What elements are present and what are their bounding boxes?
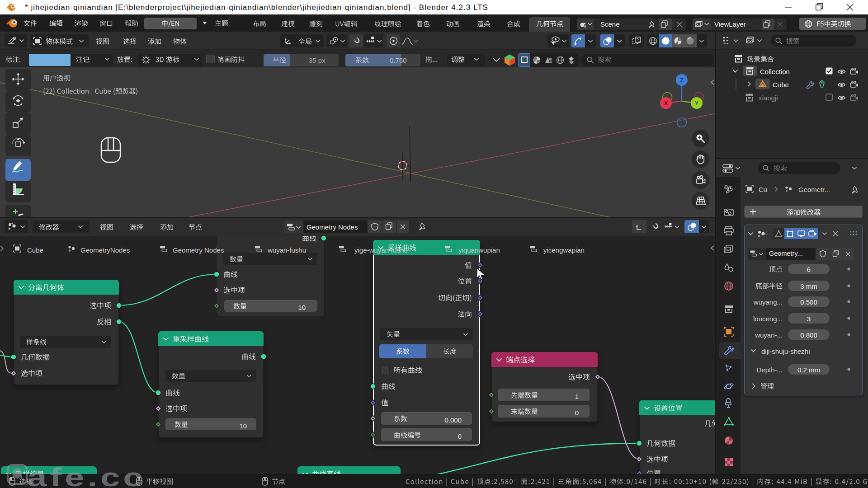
- svg-text:X: X: [664, 100, 668, 107]
- svg-text:Z: Z: [680, 77, 684, 84]
- svg-text:Y: Y: [695, 100, 699, 107]
